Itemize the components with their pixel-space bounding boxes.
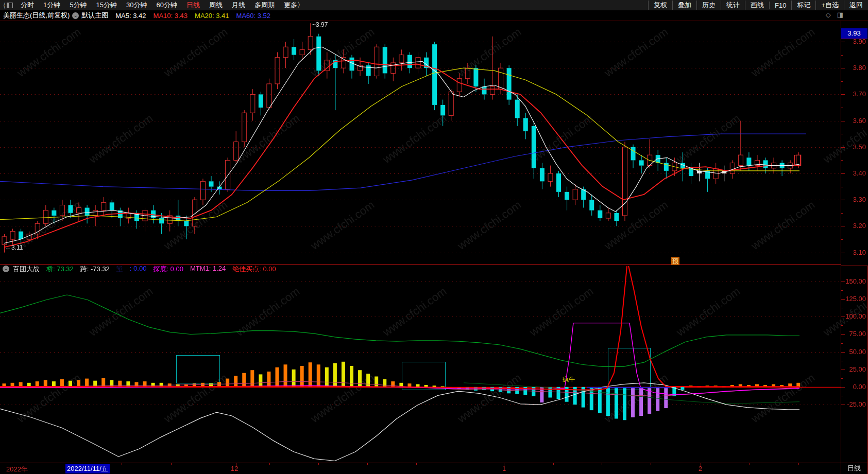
ma-value-label: MA20: 3.41 bbox=[195, 12, 229, 20]
period-tab-15分钟[interactable]: 15分钟 bbox=[92, 1, 122, 10]
period-toolbar: ⟨ 分时1分钟5分钟15分钟30分钟60分钟日线周线月线多周期更多〉 复权叠加历… bbox=[0, 0, 868, 10]
period-tab-分时[interactable]: 分时 bbox=[16, 1, 39, 10]
price-tick-label: 3.40 bbox=[843, 170, 866, 177]
indicator-tick-label: 50.00 bbox=[843, 348, 866, 356]
info-bar: 美丽生态(日线,前复权) ⌄ 默认主图 MA5: 3.42MA10: 3.43M… bbox=[0, 10, 868, 21]
period-tab-list: 分时1分钟5分钟15分钟30分钟60分钟日线周线月线多周期更多〉 bbox=[16, 1, 309, 10]
indicator-field: 跨: -73.32 bbox=[80, 265, 110, 274]
alert-marker-badge: 预 bbox=[671, 257, 679, 265]
toolbar-action-F10[interactable]: F10 bbox=[769, 2, 791, 9]
diamond-icon[interactable]: ◇ bbox=[826, 11, 831, 19]
indicator-field: 桥: 73.32 bbox=[46, 265, 74, 274]
candlestick-and-indicator-canvas[interactable] bbox=[0, 0, 868, 474]
date-axis-label: 2 bbox=[699, 465, 702, 472]
price-tick-label: 3.20 bbox=[843, 222, 866, 230]
indicator-tick-label: 125.00 bbox=[843, 295, 866, 303]
toolbar-action-画线[interactable]: 画线 bbox=[745, 1, 769, 10]
toolbar-action-叠加[interactable]: 叠加 bbox=[672, 1, 696, 10]
indicator-field: : 0.00 bbox=[130, 265, 147, 274]
indicator-tick-label: 150.00 bbox=[843, 278, 866, 285]
bull-signal-label: 疯牛 bbox=[563, 375, 575, 384]
indicator-header: ⌄ 百团大战 桥: 73.32跨: -73.32堑: 0.00探底: 0.00M… bbox=[0, 265, 840, 273]
period-tab-5分钟[interactable]: 5分钟 bbox=[65, 1, 91, 10]
price-tick-label: 3.90 bbox=[843, 38, 866, 45]
indicator-tick-label: 0.00 bbox=[843, 383, 866, 391]
low-annotation: ←3.11 bbox=[5, 244, 23, 251]
period-tab-周线[interactable]: 周线 bbox=[205, 1, 227, 10]
price-tick-label: 3.10 bbox=[843, 249, 866, 256]
period-tab-更多〉[interactable]: 更多〉 bbox=[279, 1, 309, 10]
info-bar-right-icons: ◇ ◨ bbox=[826, 11, 843, 19]
toolbar-action-历史[interactable]: 历史 bbox=[696, 1, 721, 10]
period-corner-label[interactable]: 日线 bbox=[841, 464, 867, 473]
price-tick-label: 3.60 bbox=[843, 117, 866, 125]
stock-title: 美丽生态(日线,前复权) bbox=[3, 11, 70, 20]
indicator-tick-label: 100.00 bbox=[843, 313, 866, 320]
ma-value-label: MA10: 3.43 bbox=[154, 12, 188, 20]
indicator-field: MTM1: 1.24 bbox=[190, 265, 226, 274]
indicator-field-list: 桥: 73.32跨: -73.32堑: 0.00探底: 0.00MTM1: 1.… bbox=[40, 265, 276, 274]
chevron-down-circle-icon[interactable]: ⌄ bbox=[72, 12, 79, 19]
toolbar-action-+自选[interactable]: +自选 bbox=[815, 1, 844, 10]
price-tick-label: 3.70 bbox=[843, 91, 866, 98]
indicator-field: 探底: 0.00 bbox=[153, 265, 183, 274]
date-axis-label: 12 bbox=[231, 465, 238, 472]
ma-value-label: MA5: 3.42 bbox=[115, 12, 146, 20]
price-tick-label: 3.50 bbox=[843, 144, 866, 151]
period-tab-30分钟[interactable]: 30分钟 bbox=[122, 1, 151, 10]
toolbar-action-统计[interactable]: 统计 bbox=[721, 1, 745, 10]
main-chart-type-label[interactable]: 默认主图 bbox=[81, 11, 108, 20]
indicator-field: 堑 bbox=[116, 265, 123, 274]
period-tab-60分钟[interactable]: 60分钟 bbox=[151, 1, 181, 10]
toolbar-action-list: 复权叠加历史统计画线F10标记+自选返回 bbox=[648, 0, 868, 10]
indicator-tick-label: 75.00 bbox=[843, 330, 866, 338]
period-tab-1分钟[interactable]: 1分钟 bbox=[39, 1, 65, 10]
ma-value-label: MA60: 3.52 bbox=[236, 12, 271, 20]
selected-date-label: 2022/11/11/五 bbox=[65, 464, 110, 473]
price-tick-label: 3.30 bbox=[843, 196, 866, 203]
split-view-icon[interactable]: ◨ bbox=[837, 11, 843, 19]
stock-app-window: ⟨ 分时1分钟5分钟15分钟30分钟60分钟日线周线月线多周期更多〉 复权叠加历… bbox=[0, 0, 868, 474]
toolbar-action-复权[interactable]: 复权 bbox=[648, 1, 672, 10]
period-tab-多周期[interactable]: 多周期 bbox=[250, 1, 279, 10]
indicator-name[interactable]: 百团大战 bbox=[13, 265, 40, 274]
toolbar-action-返回[interactable]: 返回 bbox=[844, 1, 868, 10]
indicator-field: 绝佳买点: 0.00 bbox=[232, 265, 276, 274]
price-tick-label: 3.80 bbox=[843, 64, 866, 72]
chevron-down-circle-icon[interactable]: ⌄ bbox=[3, 266, 9, 272]
collapse-panel-icon[interactable]: ⟨ bbox=[3, 2, 13, 9]
period-tab-月线[interactable]: 月线 bbox=[227, 1, 250, 10]
date-axis-label: 1 bbox=[502, 465, 506, 472]
period-tab-日线[interactable]: 日线 bbox=[182, 1, 205, 10]
high-annotation: ~3.97 bbox=[312, 21, 328, 28]
indicator-tick-label: -25.00 bbox=[843, 401, 866, 408]
indicator-tick-label: 25.00 bbox=[843, 366, 866, 373]
ma-label-list: MA5: 3.42MA10: 3.43MA20: 3.41MA60: 3.52 bbox=[108, 12, 270, 20]
date-axis-label: 2022年 bbox=[6, 465, 28, 474]
toolbar-action-标记[interactable]: 标记 bbox=[791, 1, 815, 10]
